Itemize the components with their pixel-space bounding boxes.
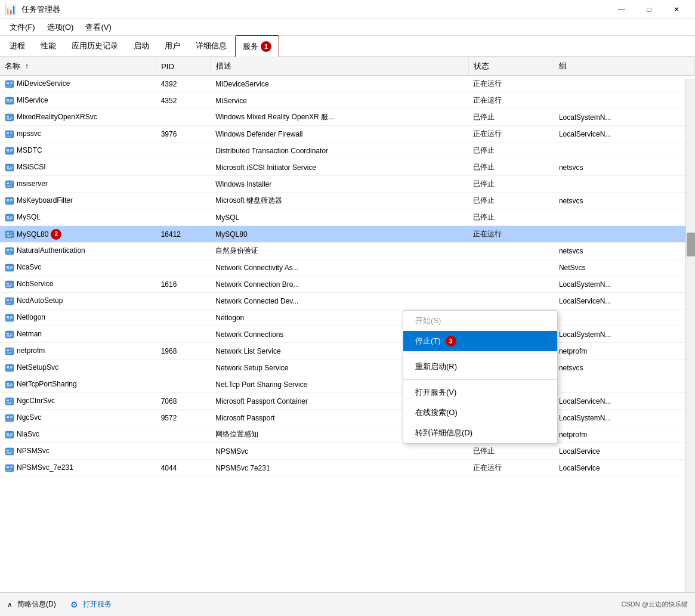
- table-row[interactable]: netprofm1968Network List Servicenetprofm: [0, 343, 695, 360]
- close-button[interactable]: ✕: [663, 0, 690, 19]
- table-row[interactable]: NcaSvcNetwork Connectivity As...NetSvcs: [0, 259, 695, 276]
- svg-rect-18: [5, 131, 14, 138]
- table-row[interactable]: NgcSvc9572Microsoft Passport正在运行LocalSys…: [0, 410, 695, 426]
- svg-rect-127: [7, 433, 9, 435]
- col-header-name[interactable]: 名称 ↑: [0, 57, 156, 76]
- tab-app-history[interactable]: 应用历史记录: [64, 35, 125, 57]
- svg-rect-86: [10, 316, 13, 317]
- table-row[interactable]: MSiSCSIMicrosoft iSCSI Initiator Service…: [0, 159, 695, 176]
- svg-rect-113: [7, 386, 11, 387]
- cell-pid: 16412: [156, 226, 211, 243]
- svg-rect-132: [5, 448, 14, 455]
- svg-rect-119: [7, 403, 11, 404]
- table-row[interactable]: NcbService1616Network Connection Bro...L…: [0, 276, 695, 293]
- table-row[interactable]: MySQL80216412MySQL80正在运行: [0, 226, 695, 243]
- table-row[interactable]: NetmanNetwork ConnectionsLocalSystemN...: [0, 326, 695, 343]
- cell-group: [554, 309, 695, 326]
- svg-rect-117: [10, 401, 13, 401]
- svg-rect-80: [10, 299, 13, 300]
- svg-rect-139: [7, 466, 9, 468]
- table-row[interactable]: NetTcpPortSharingNet.Tcp Port Sharing Se…: [0, 376, 695, 393]
- col-header-status[interactable]: 状态: [468, 57, 554, 76]
- context-menu: 开始(S)停止(T)3重新启动(R)打开服务(V)在线搜索(O)转到详细信息(D…: [403, 310, 558, 444]
- open-services-icon: ⚙: [70, 600, 78, 609]
- table-row[interactable]: NaturalAuthentication自然身份验证netsvcs: [0, 243, 695, 259]
- table-row[interactable]: MsKeyboardFilterMicrosoft 键盘筛选器已停止netsvc…: [0, 193, 695, 209]
- scrollbar-thumb[interactable]: [687, 233, 695, 256]
- table-row[interactable]: NPSMSvc_7e2314044NPSMSvc 7e231正在运行LocalS…: [0, 460, 695, 476]
- tab-startup[interactable]: 启动: [126, 35, 156, 57]
- table-row[interactable]: MiDeviceService4392MiDeviceService正在运行: [0, 76, 695, 92]
- cell-desc: MiDeviceService: [211, 76, 468, 92]
- svg-rect-1: [7, 82, 9, 84]
- maximize-button[interactable]: □: [635, 0, 663, 19]
- cell-name: NcdAutoSetup: [0, 293, 156, 309]
- collapse-label[interactable]: 简略信息(D): [17, 599, 56, 609]
- menu-options[interactable]: 选项(O): [42, 21, 79, 34]
- context-menu-item[interactable]: 在线搜索(O): [403, 403, 557, 423]
- table-row[interactable]: NPSMSvcNPSMSvc已停止LocalService: [0, 443, 695, 460]
- menu-view[interactable]: 查看(V): [81, 21, 116, 34]
- svg-rect-82: [7, 302, 13, 302]
- tab-users[interactable]: 用户: [157, 35, 187, 57]
- cell-group: [554, 226, 695, 243]
- context-menu-item[interactable]: 停止(T)3: [403, 331, 557, 351]
- context-menu-item[interactable]: 打开服务(V): [403, 382, 557, 403]
- svg-rect-0: [5, 81, 14, 88]
- cell-pid: [156, 360, 211, 376]
- service-icon: [5, 196, 14, 206]
- table-row[interactable]: MSDTCDistributed Transaction Coordinator…: [0, 143, 695, 159]
- svg-rect-73: [7, 283, 9, 284]
- svg-rect-38: [10, 182, 13, 183]
- table-row[interactable]: mpssvc3976Windows Defender Firewall正在运行L…: [0, 126, 695, 143]
- svg-rect-74: [10, 283, 13, 283]
- table-row[interactable]: NcdAutoSetupNetwork Connected Dev...Loca…: [0, 293, 695, 309]
- service-icon: [5, 113, 14, 122]
- tab-services-badge: 1: [261, 41, 271, 52]
- svg-rect-124: [7, 419, 13, 419]
- vertical-scrollbar[interactable]: [685, 79, 695, 592]
- minimize-button[interactable]: —: [608, 0, 635, 19]
- svg-rect-98: [10, 349, 13, 350]
- col-header-group[interactable]: 组: [554, 57, 695, 76]
- table-row[interactable]: MixedRealityOpenXRSvcWindows Mixed Reali…: [0, 109, 695, 126]
- menu-file[interactable]: 文件(F): [5, 21, 40, 34]
- col-header-pid[interactable]: PID: [156, 57, 211, 76]
- cell-group: LocalSystemN...: [554, 276, 695, 293]
- table-row[interactable]: NetlogonNetlogon: [0, 309, 695, 326]
- table-row[interactable]: NgcCtnrSvc7068Microsoft Passport Contain…: [0, 393, 695, 410]
- svg-rect-131: [7, 437, 11, 437]
- table-row[interactable]: NlaSvc网络位置感知已停止netprofm: [0, 426, 695, 443]
- cell-desc: MiService: [211, 92, 468, 109]
- cell-name: MSDTC: [0, 143, 156, 159]
- table-row[interactable]: MiService4352MiService正在运行: [0, 92, 695, 109]
- table-row[interactable]: msiserverWindows Installer已停止: [0, 176, 695, 193]
- context-menu-item[interactable]: 重新启动(R): [403, 357, 557, 377]
- services-table: 名称 ↑ PID 描述 状态 组 MiDeviceService4392MiDe…: [0, 57, 695, 476]
- svg-rect-23: [7, 136, 11, 137]
- cell-name: NetSetupSvc: [0, 360, 156, 376]
- svg-rect-54: [5, 231, 14, 238]
- cell-desc: 自然身份验证: [211, 243, 468, 259]
- cell-pid: [156, 326, 211, 343]
- table-row[interactable]: MySQLMySQL已停止: [0, 209, 695, 226]
- open-services-link[interactable]: 打开服务: [83, 599, 112, 609]
- tab-details[interactable]: 详细信息: [189, 35, 234, 57]
- tab-process[interactable]: 进程: [2, 35, 32, 57]
- svg-rect-20: [10, 132, 13, 133]
- svg-rect-19: [7, 132, 9, 134]
- tab-services[interactable]: 服务 1: [235, 35, 279, 57]
- svg-rect-39: [10, 184, 13, 184]
- cell-group: LocalServiceN...: [554, 126, 695, 143]
- svg-rect-26: [10, 149, 13, 150]
- table-row[interactable]: NetSetupSvcNetwork Setup Service已停止netsv…: [0, 360, 695, 376]
- service-icon: [5, 397, 14, 406]
- tab-performance[interactable]: 性能: [33, 35, 63, 57]
- cell-status: [468, 243, 554, 259]
- col-header-desc[interactable]: 描述: [211, 57, 468, 76]
- cell-name: Netlogon: [0, 309, 156, 326]
- cell-desc: Windows Defender Firewall: [211, 126, 468, 143]
- svg-rect-5: [7, 86, 11, 86]
- step-badge-3: 3: [446, 336, 456, 346]
- context-menu-item[interactable]: 转到详细信息(D): [403, 423, 557, 443]
